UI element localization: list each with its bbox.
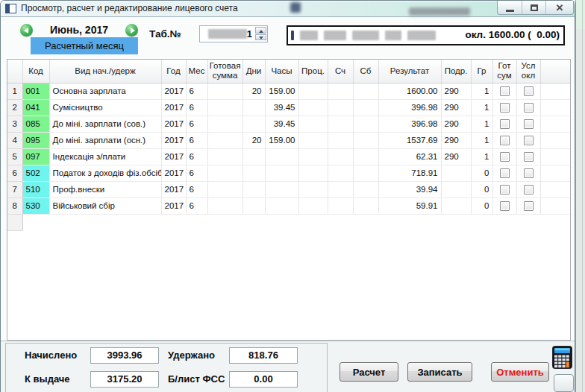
podr-cell: 290 bbox=[441, 148, 471, 165]
got-sum-checkbox[interactable] bbox=[500, 136, 510, 145]
got-sum-checkbox[interactable] bbox=[500, 152, 510, 162]
employee-field[interactable]: окл. 1600.00 ( 0.00) bbox=[287, 25, 565, 45]
podr-cell: 290 bbox=[441, 116, 471, 132]
type-cell: До міні. зарплати (сов.) bbox=[49, 116, 161, 132]
year-cell: 2017 bbox=[161, 181, 186, 197]
usl-okl-cell bbox=[516, 83, 540, 99]
tab-number-input[interactable]: 1 bbox=[199, 25, 268, 42]
usl-okl-checkbox[interactable] bbox=[524, 136, 534, 145]
usl-okl-cell bbox=[516, 197, 540, 214]
minimize-button[interactable] bbox=[498, 1, 522, 14]
podr-cell bbox=[441, 197, 471, 214]
close-icon: ✕ bbox=[556, 3, 564, 13]
month-cell: 6 bbox=[186, 99, 207, 116]
type-cell: Податок з доходів фіз.обсіб bbox=[49, 165, 161, 181]
month-cell: 6 bbox=[186, 165, 207, 181]
sick-list-field[interactable]: 0.00 bbox=[229, 371, 298, 388]
month-cell: 6 bbox=[186, 197, 207, 214]
cancel-button[interactable]: Отменить bbox=[491, 362, 549, 382]
window-title: Просмотр, расчет и редактирование лицево… bbox=[21, 3, 238, 13]
minimize-icon bbox=[506, 10, 514, 12]
spin-down-button[interactable] bbox=[255, 34, 266, 41]
table-row[interactable]: 7 510 Проф.внески 2017 6 39.94 0 bbox=[7, 181, 571, 197]
prev-month-button[interactable] bbox=[20, 24, 33, 37]
row-number-cell: 3 bbox=[7, 116, 22, 132]
month-cell: 6 bbox=[186, 148, 207, 165]
code-cell: 510 bbox=[22, 181, 49, 197]
sch-cell bbox=[328, 148, 353, 165]
month-cell: 6 bbox=[186, 181, 207, 197]
save-button[interactable]: Записать bbox=[407, 362, 472, 382]
year-cell: 2017 bbox=[161, 83, 186, 99]
got-sum-checkbox[interactable] bbox=[500, 201, 510, 211]
table-row[interactable]: 8 530 Військовий сбір 2017 6 59.91 0 bbox=[7, 197, 571, 214]
sch-cell bbox=[328, 132, 353, 148]
got-sum-cell bbox=[492, 197, 516, 214]
ready-sum-cell bbox=[207, 148, 243, 165]
usl-okl-checkbox[interactable] bbox=[524, 86, 534, 96]
days-cell: 20 bbox=[243, 132, 265, 148]
table-row[interactable]: 6 502 Податок з доходів фіз.обсіб 2017 6… bbox=[7, 165, 571, 181]
podr-cell bbox=[441, 165, 471, 181]
usl-okl-checkbox[interactable] bbox=[524, 168, 534, 178]
col-header-usl-okl: Усл окл bbox=[516, 60, 540, 83]
payout-field[interactable]: 3175.20 bbox=[90, 371, 159, 388]
result-cell: 62.31 bbox=[378, 148, 441, 165]
got-sum-checkbox[interactable] bbox=[500, 185, 510, 195]
usl-okl-checkbox[interactable] bbox=[524, 103, 534, 113]
next-month-button[interactable] bbox=[125, 24, 138, 37]
table-row[interactable]: 5 097 Індексація з/плати 2017 6 62.31 29… bbox=[7, 148, 571, 165]
year-cell: 2017 bbox=[161, 116, 186, 132]
group-cell: 0 bbox=[471, 165, 492, 181]
tab-number-value: 1 bbox=[247, 28, 252, 39]
row-number-cell: 1 bbox=[7, 83, 22, 99]
maximize-button[interactable] bbox=[522, 1, 545, 14]
podr-cell: 290 bbox=[441, 83, 471, 99]
usl-okl-checkbox[interactable] bbox=[524, 119, 534, 129]
hours-cell bbox=[265, 181, 298, 197]
usl-okl-cell bbox=[516, 132, 540, 148]
table-row[interactable]: 1 001 Основна зарплата 2017 6 20 159.00 … bbox=[7, 83, 571, 99]
podr-cell: 290 bbox=[441, 99, 471, 116]
empty-row-stub bbox=[7, 214, 571, 230]
withheld-field[interactable]: 818.76 bbox=[229, 347, 298, 364]
got-sum-cell bbox=[492, 148, 516, 165]
got-sum-cell bbox=[492, 99, 516, 116]
table-row[interactable]: 3 085 До міні. зарплати (сов.) 2017 6 39… bbox=[7, 116, 571, 132]
sb-cell bbox=[353, 148, 378, 165]
got-sum-checkbox[interactable] bbox=[500, 86, 510, 96]
table-row[interactable]: 2 041 Сумісництво 2017 6 39.45 396.98 29… bbox=[7, 99, 571, 116]
usl-okl-checkbox[interactable] bbox=[524, 201, 534, 211]
calculate-button[interactable]: Расчет bbox=[340, 362, 398, 382]
hours-cell bbox=[265, 165, 298, 181]
got-sum-checkbox[interactable] bbox=[500, 168, 510, 178]
sch-cell bbox=[328, 99, 353, 116]
col-header-result: Результат bbox=[378, 60, 441, 83]
row-number-cell: 5 bbox=[7, 148, 22, 165]
code-cell: 085 bbox=[22, 116, 49, 132]
sch-cell bbox=[328, 83, 353, 99]
usl-okl-cell bbox=[516, 181, 540, 197]
usl-okl-checkbox[interactable] bbox=[524, 152, 534, 162]
calculator-button[interactable] bbox=[551, 345, 574, 370]
close-button[interactable]: ✕ bbox=[545, 1, 573, 14]
sb-cell bbox=[353, 83, 378, 99]
got-sum-checkbox[interactable] bbox=[500, 119, 510, 129]
accrued-field[interactable]: 3993.96 bbox=[90, 347, 159, 364]
spin-up-button[interactable] bbox=[255, 27, 266, 34]
days-cell bbox=[243, 181, 265, 197]
table-row[interactable]: 4 095 До міні. зарплати (осн.) 2017 6 20… bbox=[7, 132, 571, 148]
ready-sum-cell bbox=[207, 83, 243, 99]
filler-cell bbox=[540, 148, 571, 165]
small-blank-button[interactable] bbox=[554, 374, 574, 392]
usl-okl-cell bbox=[516, 165, 540, 181]
code-cell: 530 bbox=[22, 197, 49, 214]
app-window: Просмотр, расчет и редактирование лицево… bbox=[0, 0, 575, 392]
code-cell: 502 bbox=[22, 165, 49, 181]
col-header-sch: Сч bbox=[328, 60, 353, 83]
result-cell: 1537.69 bbox=[378, 132, 441, 148]
got-sum-checkbox[interactable] bbox=[500, 103, 510, 113]
sick-list-label: Б/лист ФСС bbox=[168, 371, 225, 388]
col-header-percent: Проц. bbox=[298, 60, 328, 83]
usl-okl-checkbox[interactable] bbox=[524, 185, 534, 195]
